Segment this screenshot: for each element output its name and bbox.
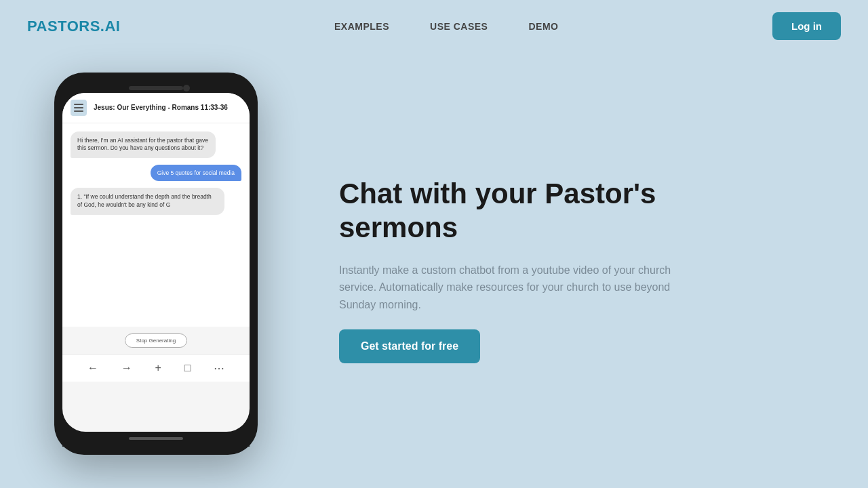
stop-generating-area: Stop Generating [62, 333, 250, 348]
more-icon[interactable]: ⋯ [214, 362, 224, 375]
nav-demo[interactable]: DEMO [528, 21, 558, 32]
phone-screen: Jesus: Our Everything - Romans 11:33-36 … [62, 93, 250, 432]
hero-description: Instantly make a custom chatbot from a y… [339, 262, 692, 314]
user-message-bubble: Give 5 quotes for social media [151, 165, 241, 181]
home-indicator-bar [129, 437, 183, 440]
logo[interactable]: PASTORS.AI [27, 18, 120, 35]
cta-button[interactable]: Get started for free [339, 329, 480, 363]
nav-use-cases[interactable]: USE CASES [430, 21, 488, 32]
phone-notch [129, 86, 183, 90]
main-content: Jesus: Our Everything - Romans 11:33-36 … [0, 52, 868, 488]
main-nav: EXAMPLES USE CASES DEMO [334, 21, 558, 32]
back-icon[interactable]: ← [87, 362, 98, 374]
nav-examples[interactable]: EXAMPLES [334, 21, 389, 32]
tabs-icon[interactable]: □ [184, 362, 191, 374]
phone-frame: Jesus: Our Everything - Romans 11:33-36 … [54, 73, 258, 455]
ai-response-bubble: 1. "If we could understand the depth and… [71, 188, 224, 215]
sermon-title: Jesus: Our Everything - Romans 11:33-36 [94, 104, 228, 111]
chat-area: Hi there, I'm an AI assistant for the pa… [62, 123, 250, 327]
login-button[interactable]: Log in [772, 12, 841, 40]
stop-generating-button[interactable]: Stop Generating [125, 333, 187, 348]
header: PASTORS.AI EXAMPLES USE CASES DEMO Log i… [0, 0, 868, 52]
phone-mockup: Jesus: Our Everything - Romans 11:33-36 … [54, 73, 285, 455]
screen-header: Jesus: Our Everything - Romans 11:33-36 [62, 93, 250, 123]
hero-heading: Chat with your Pastor's sermons [339, 177, 719, 245]
ai-greeting-bubble: Hi there, I'm an AI assistant for the pa… [71, 131, 216, 159]
share-icon[interactable]: + [155, 362, 161, 374]
phone-notch-area [62, 81, 250, 93]
hero-content: Chat with your Pastor's sermons Instantl… [339, 177, 814, 364]
sermon-icon [71, 100, 87, 116]
phone-home-indicator [62, 432, 250, 447]
phone-bottom-nav: ← → + □ ⋯ [62, 354, 250, 382]
forward-icon[interactable]: → [121, 362, 132, 374]
phone-camera [183, 85, 190, 92]
